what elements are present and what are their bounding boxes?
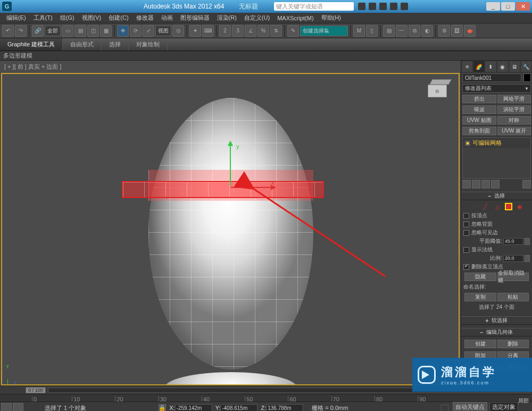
menu-views[interactable]: 视图(V) bbox=[79, 13, 105, 23]
create-button[interactable]: 创建 bbox=[464, 340, 496, 348]
remove-mod-icon[interactable] bbox=[491, 180, 500, 188]
polygon-level-icon[interactable] bbox=[505, 203, 512, 210]
mod-uvwmap[interactable]: UVW 贴图 bbox=[462, 116, 496, 125]
copy-button[interactable]: 复制 bbox=[464, 293, 496, 301]
by-vertex-checkbox[interactable] bbox=[463, 213, 469, 219]
menu-modifiers[interactable]: 修改器 bbox=[133, 13, 157, 23]
subscription-icon[interactable] bbox=[369, 3, 376, 10]
mod-turbosmooth[interactable]: 涡轮平滑 bbox=[497, 105, 531, 114]
coord-z-field[interactable]: 136.788m bbox=[266, 404, 303, 411]
curve-editor-button[interactable]: 〰 bbox=[396, 25, 408, 37]
selection-filter[interactable]: 全部 bbox=[45, 26, 61, 36]
select-region-button[interactable]: ◫ bbox=[87, 25, 99, 37]
rollout-edit-geometry[interactable]: 编辑几何体 bbox=[461, 328, 532, 336]
unhide-all-button[interactable]: 全部取消隐藏 bbox=[497, 273, 529, 281]
rotate-button[interactable]: ⟳ bbox=[130, 25, 142, 37]
spinner-arrows[interactable] bbox=[525, 238, 530, 245]
menu-create[interactable]: 创建(C) bbox=[105, 13, 131, 23]
ignore-hidden-edges-checkbox[interactable] bbox=[463, 230, 469, 236]
auto-key-button[interactable]: 自动关键点 bbox=[453, 402, 487, 412]
trackbar-icon1[interactable] bbox=[1, 403, 12, 412]
edge-level-icon[interactable]: ╱ bbox=[481, 202, 490, 211]
mod-symmetry[interactable]: 对称 bbox=[497, 116, 531, 125]
viewport-front[interactable]: y x 前 y x z bbox=[1, 73, 460, 385]
menu-render[interactable]: 渲染(R) bbox=[214, 13, 240, 23]
mod-extrude[interactable]: 挤出 bbox=[462, 95, 496, 103]
close-button[interactable]: ✕ bbox=[516, 2, 530, 11]
favorite-icon[interactable] bbox=[390, 3, 397, 10]
viewcube[interactable]: 前 bbox=[427, 79, 451, 101]
delete-iso-checkbox[interactable] bbox=[463, 264, 469, 270]
move-button[interactable]: ✥ bbox=[117, 25, 129, 37]
ribbon-tab-modeling[interactable]: Graphite 建模工具 bbox=[0, 38, 63, 51]
material-editor-button[interactable]: ◐ bbox=[421, 25, 433, 37]
menu-graph[interactable]: 图形编辑器 bbox=[177, 13, 213, 23]
exchange-icon[interactable] bbox=[379, 3, 387, 10]
ref-coord-system[interactable]: 视图 bbox=[155, 26, 171, 36]
tab-hierarchy-icon[interactable]: ⬍ bbox=[485, 61, 496, 72]
snap-3d-button[interactable]: 3 bbox=[232, 25, 244, 37]
use-center-button[interactable]: ⊙ bbox=[172, 25, 184, 37]
element-level-icon[interactable]: ◉ bbox=[516, 202, 524, 211]
select-object-button[interactable]: ▭ bbox=[62, 25, 73, 37]
configure-sets-icon[interactable] bbox=[522, 180, 531, 188]
modifier-stack[interactable]: ■可编辑网格 bbox=[462, 137, 531, 179]
render-setup-button[interactable]: ⚙ bbox=[438, 25, 450, 37]
delete-button[interactable]: 删除 bbox=[497, 340, 529, 348]
percent-snap-button[interactable]: % bbox=[257, 25, 269, 37]
coord-y-field[interactable]: -408.615m bbox=[220, 404, 257, 411]
snap-2d-button[interactable]: 2 bbox=[219, 25, 231, 37]
ribbon-tab-objectpaint[interactable]: 对象绘制 bbox=[129, 38, 168, 51]
show-end-icon[interactable] bbox=[472, 180, 480, 188]
spinner-snap-button[interactable]: ⇅ bbox=[270, 25, 282, 37]
mod-meshsmooth[interactable]: 网格平滑 bbox=[497, 95, 531, 103]
spinner-arrows[interactable] bbox=[525, 255, 530, 262]
menu-maxscript[interactable]: MAXScript(M) bbox=[274, 14, 317, 22]
object-color-swatch[interactable] bbox=[523, 73, 531, 82]
scale-button[interactable]: ⤢ bbox=[143, 25, 154, 37]
rollout-soft-selection[interactable]: 软选择 bbox=[461, 316, 532, 325]
edit-named-sel-button[interactable]: ✎ bbox=[287, 25, 299, 37]
angle-snap-button[interactable]: ∠ bbox=[245, 25, 256, 37]
ignore-backfaces-checkbox[interactable] bbox=[463, 221, 469, 227]
mod-noise[interactable]: 噪波 bbox=[462, 105, 496, 114]
mod-chamferprof[interactable]: 剪角剖面 bbox=[462, 127, 496, 135]
key-mode-dropdown[interactable]: 选定对象 bbox=[489, 402, 518, 412]
key-icon[interactable]: 🗝 bbox=[441, 405, 448, 412]
help-search-input[interactable]: 键入关键字或短语 bbox=[274, 2, 354, 11]
viewport-label[interactable]: [ + ][ 前 ] 真实 + 边面 ] bbox=[0, 61, 461, 73]
align-button[interactable]: ▯ bbox=[366, 25, 378, 37]
menu-group[interactable]: 组(G) bbox=[57, 13, 78, 23]
selection-lock-icon[interactable]: 🔒 bbox=[159, 404, 166, 411]
vertex-level-icon[interactable]: · bbox=[470, 202, 478, 211]
rollout-selection[interactable]: 选择 bbox=[461, 192, 532, 200]
time-slider[interactable]: 0 / 100 bbox=[26, 387, 46, 393]
select-name-button[interactable]: ▤ bbox=[74, 25, 86, 37]
mod-uvwunwrap[interactable]: UVW 展开 bbox=[497, 127, 531, 135]
search-icon[interactable] bbox=[358, 3, 365, 10]
ribbon-tab-freeform[interactable]: 自由形式 bbox=[63, 38, 102, 51]
manipulate-button[interactable]: ✦ bbox=[189, 25, 201, 37]
ribbon-tab-selection[interactable]: 选择 bbox=[102, 38, 129, 51]
tab-utilities-icon[interactable]: 🔧 bbox=[520, 61, 532, 72]
menu-animation[interactable]: 动画 bbox=[158, 13, 176, 23]
hide-button[interactable]: 隐藏 bbox=[464, 273, 496, 281]
planar-threshold-spinner[interactable]: 45.0 bbox=[503, 238, 523, 245]
unique-icon[interactable] bbox=[481, 180, 490, 188]
window-crossing-button[interactable]: ▦ bbox=[100, 25, 112, 37]
object-name-field[interactable]: OilTank001 bbox=[462, 73, 521, 82]
menu-help[interactable]: 帮助(H) bbox=[318, 13, 344, 23]
rendered-frame-button[interactable]: 🖼 bbox=[451, 25, 463, 37]
mirror-button[interactable]: M bbox=[353, 25, 365, 37]
layers-button[interactable]: ▤ bbox=[383, 25, 395, 37]
modifier-list-dropdown[interactable]: 修改器列表 bbox=[462, 84, 531, 93]
named-sel-sets[interactable]: 创建选择集 bbox=[300, 26, 348, 36]
normal-scale-spinner[interactable]: 20.0 bbox=[503, 255, 523, 262]
redo-button[interactable]: ↷ bbox=[15, 25, 27, 37]
coord-x-field[interactable]: -259.142m bbox=[175, 404, 212, 411]
tab-create-icon[interactable]: ✳ bbox=[461, 61, 473, 72]
ribbon-panel-label[interactable]: 多边形建模 bbox=[0, 51, 532, 61]
link-button[interactable]: 🔗 bbox=[32, 25, 44, 37]
maximize-button[interactable]: □ bbox=[501, 2, 515, 11]
show-normals-checkbox[interactable] bbox=[463, 247, 469, 253]
